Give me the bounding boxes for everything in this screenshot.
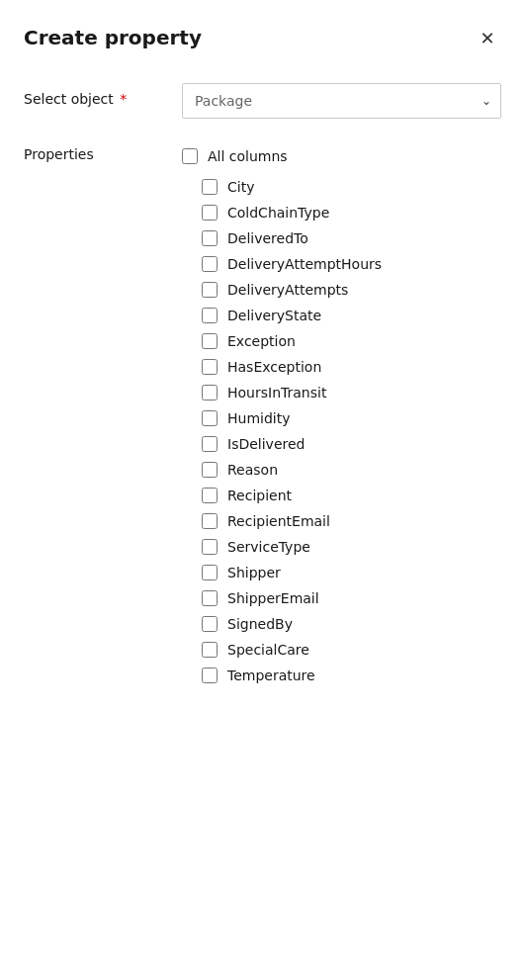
label-delivery-attempt-hours[interactable]: DeliveryAttemptHours (227, 256, 382, 272)
checkbox-humidity[interactable] (202, 410, 218, 426)
property-row-city: City (202, 174, 501, 200)
label-special-care[interactable]: SpecialCare (227, 642, 309, 658)
label-city[interactable]: City (227, 179, 254, 195)
checkbox-service-type[interactable] (202, 539, 218, 555)
checkbox-hours-in-transit[interactable] (202, 385, 218, 401)
properties-label: Properties (24, 142, 182, 162)
label-recipient-email[interactable]: RecipientEmail (227, 513, 330, 529)
checkbox-recipient[interactable] (202, 488, 218, 503)
close-button[interactable]: ✕ (474, 24, 501, 51)
label-humidity[interactable]: Humidity (227, 410, 290, 426)
checkbox-is-delivered[interactable] (202, 436, 218, 452)
select-object-dropdown[interactable]: Package (182, 83, 501, 119)
property-row-hours-in-transit: HoursInTransit (202, 380, 501, 405)
property-row-delivered-to: DeliveredTo (202, 225, 501, 251)
properties-section: Properties All columns CityColdChainType… (24, 142, 501, 688)
create-property-panel: Create property ✕ Select object * Packag… (0, 0, 525, 980)
label-delivery-attempts[interactable]: DeliveryAttempts (227, 282, 348, 298)
properties-list: All columns CityColdChainTypeDeliveredTo… (182, 142, 501, 688)
label-shipper-email[interactable]: ShipperEmail (227, 590, 319, 606)
property-row-special-care: SpecialCare (202, 637, 501, 663)
property-row-delivery-state: DeliveryState (202, 303, 501, 328)
select-object-row: Select object * Package ⌄ (24, 83, 501, 119)
checkbox-exception[interactable] (202, 333, 218, 349)
checkbox-delivered-to[interactable] (202, 230, 218, 246)
select-object-wrapper: Package ⌄ (182, 83, 501, 119)
label-delivered-to[interactable]: DeliveredTo (227, 230, 308, 246)
property-row-service-type: ServiceType (202, 534, 501, 560)
all-columns-row: All columns (182, 142, 501, 170)
property-row-exception: Exception (202, 328, 501, 354)
label-has-exception[interactable]: HasException (227, 359, 321, 375)
label-recipient[interactable]: Recipient (227, 488, 292, 503)
checkbox-has-exception[interactable] (202, 359, 218, 375)
checkbox-delivery-state[interactable] (202, 308, 218, 323)
property-row-recipient: Recipient (202, 483, 501, 508)
checkbox-city[interactable] (202, 179, 218, 195)
checkbox-recipient-email[interactable] (202, 513, 218, 529)
required-indicator: * (116, 91, 127, 107)
label-cold-chain-type[interactable]: ColdChainType (227, 205, 329, 221)
all-columns-checkbox[interactable] (182, 148, 198, 164)
checkbox-delivery-attempt-hours[interactable] (202, 256, 218, 272)
label-reason[interactable]: Reason (227, 462, 278, 478)
property-row-cold-chain-type: ColdChainType (202, 200, 501, 225)
select-object-label: Select object * (24, 83, 182, 107)
checkbox-temperature[interactable] (202, 668, 218, 683)
label-delivery-state[interactable]: DeliveryState (227, 308, 321, 323)
property-row-reason: Reason (202, 457, 501, 483)
property-row-temperature: Temperature (202, 663, 501, 688)
property-row-has-exception: HasException (202, 354, 501, 380)
property-row-is-delivered: IsDelivered (202, 431, 501, 457)
label-hours-in-transit[interactable]: HoursInTransit (227, 385, 326, 401)
label-exception[interactable]: Exception (227, 333, 296, 349)
label-shipper[interactable]: Shipper (227, 565, 281, 580)
property-items-list: CityColdChainTypeDeliveredToDeliveryAtte… (182, 174, 501, 688)
checkbox-cold-chain-type[interactable] (202, 205, 218, 221)
property-row-shipper-email: ShipperEmail (202, 585, 501, 611)
checkbox-delivery-attempts[interactable] (202, 282, 218, 298)
label-service-type[interactable]: ServiceType (227, 539, 310, 555)
checkbox-shipper-email[interactable] (202, 590, 218, 606)
all-columns-label[interactable]: All columns (208, 148, 288, 164)
panel-header: Create property ✕ (24, 24, 501, 51)
checkbox-special-care[interactable] (202, 642, 218, 658)
property-row-delivery-attempt-hours: DeliveryAttemptHours (202, 251, 501, 277)
checkbox-reason[interactable] (202, 462, 218, 478)
property-row-signed-by: SignedBy (202, 611, 501, 637)
label-signed-by[interactable]: SignedBy (227, 616, 293, 632)
property-row-shipper: Shipper (202, 560, 501, 585)
label-temperature[interactable]: Temperature (227, 668, 315, 683)
property-row-humidity: Humidity (202, 405, 501, 431)
checkbox-signed-by[interactable] (202, 616, 218, 632)
label-is-delivered[interactable]: IsDelivered (227, 436, 305, 452)
panel-title: Create property (24, 26, 202, 49)
property-row-recipient-email: RecipientEmail (202, 508, 501, 534)
checkbox-shipper[interactable] (202, 565, 218, 580)
property-row-delivery-attempts: DeliveryAttempts (202, 277, 501, 303)
